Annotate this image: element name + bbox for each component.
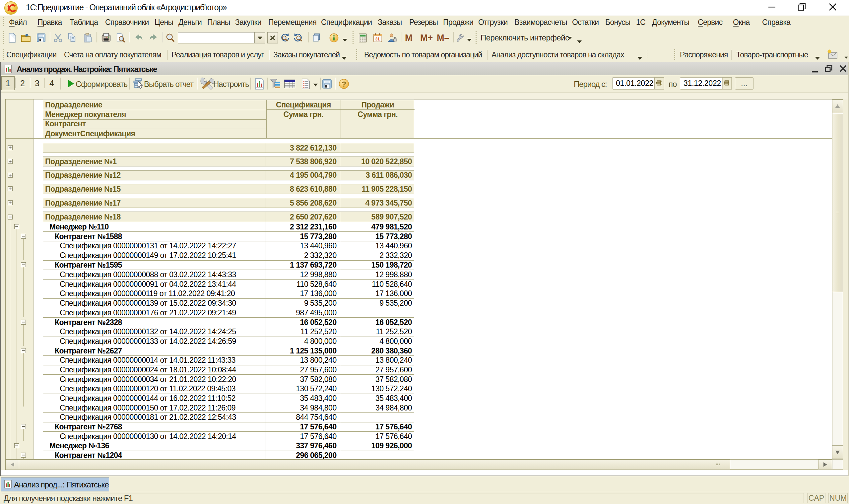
svg-text:31: 31 — [375, 37, 380, 41]
svg-text:?: ? — [342, 79, 346, 88]
